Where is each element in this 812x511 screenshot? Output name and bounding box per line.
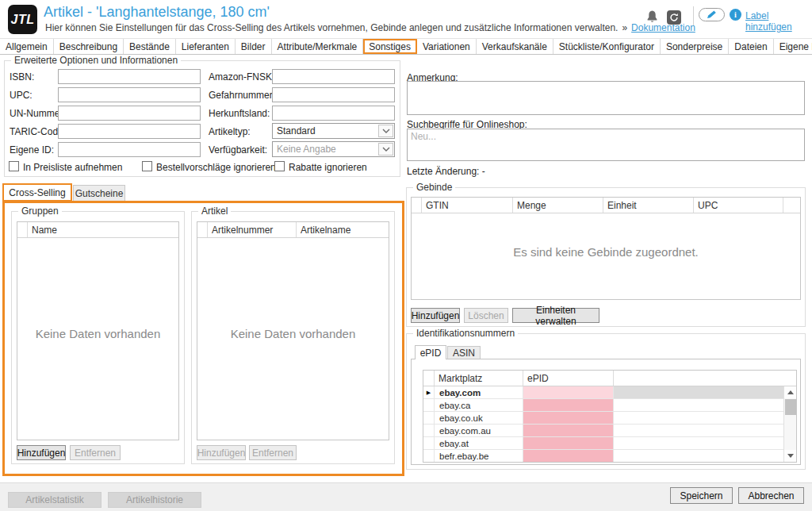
epid-cell[interactable] xyxy=(523,450,614,462)
tab-sonderpreise[interactable]: Sonderpreise xyxy=(661,39,729,54)
rabatte-checkbox[interactable] xyxy=(274,161,285,171)
artikel-hinzufuegen-button[interactable]: Hinzufügen xyxy=(197,445,246,460)
eigene-id-input[interactable] xyxy=(58,142,201,157)
bell-icon[interactable] xyxy=(645,10,659,27)
marktplatz-cell[interactable]: ebay.com xyxy=(435,386,523,398)
anmerkung-textarea[interactable] xyxy=(407,81,805,115)
table-row-ebay-at[interactable]: ebay.at xyxy=(423,437,796,450)
header-divider xyxy=(693,6,694,25)
epid-cell[interactable] xyxy=(523,399,614,411)
artikel-entfernen-button[interactable]: Entfernen xyxy=(249,445,297,460)
artikelhistorie-button[interactable]: Artikelhistorie xyxy=(108,492,201,508)
tab-sonstiges[interactable]: Sonstiges xyxy=(363,39,417,54)
gruppen-entfernen-button[interactable]: Entfernen xyxy=(70,445,121,460)
jtl-logo: JTL xyxy=(8,5,37,34)
amazon-fnsku-input[interactable] xyxy=(272,69,395,84)
gruppen-hinzufuegen-button[interactable]: Hinzufügen xyxy=(17,445,66,460)
epid-column-epid[interactable]: ePID xyxy=(523,371,614,386)
gebinde-legend: Gebinde xyxy=(413,182,455,193)
abbrechen-button[interactable]: Abbrechen xyxy=(738,487,804,504)
tab-stueckliste-konfigurator[interactable]: Stückliste/Konfigurator xyxy=(553,39,661,54)
tab-eigene-felder[interactable]: Eigene Felder xyxy=(774,39,812,54)
gebinde-column-gtin[interactable]: GTIN xyxy=(422,198,513,213)
artikel-column-artikelnummer[interactable]: Artikelnummer xyxy=(208,222,297,237)
gebinde-loeschen-button[interactable]: Löschen xyxy=(464,308,508,323)
taric-code-input[interactable] xyxy=(58,124,201,139)
upc-input[interactable] xyxy=(58,87,201,102)
bestellvorschlaege-checkbox[interactable] xyxy=(142,161,152,171)
suchbegriffe-textarea[interactable] xyxy=(407,129,805,161)
amazon-fnsku-label: Amazon-FNSKU: xyxy=(209,71,282,83)
eigene-id-label: Eigene ID: xyxy=(10,144,54,156)
tab-dateien[interactable]: Dateien xyxy=(729,39,773,54)
artikelstatistik-button[interactable]: Artikelstatistik xyxy=(8,492,102,508)
einheiten-verwalten-button[interactable]: Einheiten verwalten xyxy=(512,308,599,323)
un-nummer-input[interactable] xyxy=(58,106,201,121)
gebinde-table[interactable]: GTIN Menge Einheit UPC Es sind keine Geb… xyxy=(411,197,801,300)
filler-cell xyxy=(614,412,796,424)
artikel-empty-message: Keine Daten vorhanden xyxy=(197,327,389,340)
gefahrnummer-label: Gefahrnummer: xyxy=(209,90,275,101)
marktplatz-cell[interactable]: befr.ebay.be xyxy=(435,450,523,462)
tab-bilder[interactable]: Bilder xyxy=(236,39,272,54)
artikeltyp-value: Standard xyxy=(273,125,377,136)
speichern-button[interactable]: Speichern xyxy=(670,487,733,504)
table-row-befr-ebay-be[interactable]: befr.ebay.be xyxy=(423,450,796,463)
epid-table-scrollbar[interactable] xyxy=(783,386,796,462)
scroll-up-button[interactable] xyxy=(784,386,797,398)
tab-gutscheine[interactable]: Gutscheine xyxy=(73,185,125,201)
refresh-icon[interactable] xyxy=(667,10,681,25)
tab-variationen[interactable]: Variationen xyxy=(417,39,477,54)
gebinde-column-menge[interactable]: Menge xyxy=(513,198,603,213)
upc-label: UPC: xyxy=(10,90,33,101)
preisliste-checkbox-label: In Preisliste aufnehmen xyxy=(23,162,122,173)
page-title: Artikel - 'Langhantelstange, 180 cm' xyxy=(44,4,270,21)
info-icon[interactable]: i xyxy=(730,9,741,21)
marktplatz-cell[interactable]: ebay.co.uk xyxy=(435,412,523,424)
table-row-ebay-com-au[interactable]: ebay.com.au xyxy=(423,425,796,437)
gebinde-column-upc[interactable]: UPC xyxy=(694,198,783,213)
isbn-input[interactable] xyxy=(58,69,201,84)
epid-cell[interactable] xyxy=(523,437,614,449)
scrollbar-thumb[interactable] xyxy=(785,399,796,415)
preisliste-checkbox[interactable] xyxy=(9,161,19,171)
main-tabbar: Allgemein Beschreibung Bestände Lieferan… xyxy=(0,38,812,55)
marktplatz-cell[interactable]: ebay.ca xyxy=(435,399,523,411)
tab-epid[interactable]: ePID xyxy=(415,345,446,359)
epid-column-marktplatz[interactable]: Marktplatz xyxy=(435,371,523,386)
tab-attribute-merkmale[interactable]: Attribute/Merkmale xyxy=(272,39,364,54)
gebinde-hinzufuegen-button[interactable]: Hinzufügen xyxy=(411,308,460,323)
gruppen-column-name[interactable]: Name xyxy=(28,222,178,237)
artikel-table[interactable]: Artikelnummer Artikelname Keine Daten vo… xyxy=(197,221,389,440)
marktplatz-cell[interactable]: ebay.at xyxy=(435,437,523,449)
artikeltyp-select[interactable]: Standard xyxy=(272,123,395,139)
table-row-ebay-com[interactable]: ▶ ebay.com xyxy=(423,386,796,399)
epid-cell[interactable] xyxy=(523,412,614,424)
artikeltyp-label: Artikeltyp: xyxy=(209,126,251,137)
herkunftsland-input[interactable] xyxy=(272,106,395,121)
tab-lieferanten[interactable]: Lieferanten xyxy=(176,39,236,54)
scroll-down-button[interactable] xyxy=(784,450,797,462)
gefahrnummer-input[interactable] xyxy=(272,87,395,102)
tab-allgemein[interactable]: Allgemein xyxy=(0,39,54,54)
epid-table[interactable]: Marktplatz ePID ▶ ebay.com ebay.ca ebay.… xyxy=(423,370,797,463)
epid-cell[interactable] xyxy=(523,386,614,398)
marktplatz-cell[interactable]: ebay.com.au xyxy=(435,425,523,436)
add-label-link[interactable]: Label hinzufügen xyxy=(745,10,812,33)
edit-label-button[interactable] xyxy=(699,8,725,21)
gebinde-column-einheit[interactable]: Einheit xyxy=(603,198,694,213)
epid-cell[interactable] xyxy=(523,425,614,436)
documentation-link[interactable]: Dokumentation xyxy=(631,22,695,33)
artikel-column-artikelname[interactable]: Artikelname xyxy=(297,222,389,237)
filler-cell xyxy=(614,386,796,398)
table-row-ebay-ca[interactable]: ebay.ca xyxy=(423,399,796,412)
tab-cross-selling[interactable]: Cross-Selling xyxy=(3,184,71,201)
tab-bestaende[interactable]: Bestände xyxy=(124,39,176,54)
gruppen-table[interactable]: Name Keine Daten vorhanden xyxy=(17,221,179,440)
tab-asin[interactable]: ASIN xyxy=(447,346,481,359)
tab-beschreibung[interactable]: Beschreibung xyxy=(54,39,124,54)
table-row-ebay-co-uk[interactable]: ebay.co.uk xyxy=(423,412,796,425)
filler-cell xyxy=(614,425,796,436)
verfuegbarkeit-select[interactable]: Keine Angabe xyxy=(272,141,395,157)
tab-verkaufskanaele[interactable]: Verkaufskanäle xyxy=(477,39,553,54)
